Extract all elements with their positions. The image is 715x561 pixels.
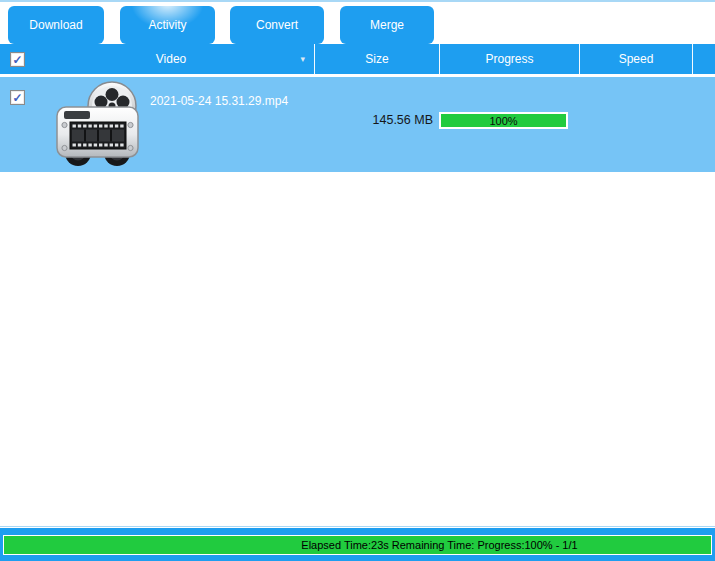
video-size: 145.56 MB [315,113,433,127]
column-header-progress[interactable]: Progress [440,44,580,74]
statusbar-text: Elapsed Time:23s Remaining Time: Progres… [301,539,577,551]
column-header-filler [693,44,715,74]
column-header-video-label: Video [156,52,186,66]
statusbar-text-wrap: Elapsed Time:23s Remaining Time: Progres… [4,536,711,554]
table-header: ✓ Video ▾ Size Progress Speed [0,44,715,74]
column-header-video[interactable]: Video ▾ [28,44,315,74]
tab-download-label: Download [29,18,82,32]
column-header-size-label: Size [365,52,388,66]
status-bar: Elapsed Time:23s Remaining Time: Progres… [0,528,715,561]
select-all-checkbox[interactable]: ✓ [10,52,25,67]
column-header-progress-label: Progress [485,52,533,66]
tab-convert-label: Convert [256,18,298,32]
tab-bar: Download Activity Convert Merge [0,6,715,44]
tab-download[interactable]: Download [8,6,104,44]
column-header-speed-label: Speed [619,52,654,66]
window-top-border [0,0,715,2]
tab-activity[interactable]: Activity [120,6,215,44]
row-progress-bar: 100% [439,112,568,129]
video-filename: 2021-05-24 15.31.29.mp4 [150,94,288,108]
tab-activity-label: Activity [148,18,186,32]
statusbar-top-border [0,526,715,527]
app-window: Download Activity Convert Merge ✓ Video … [0,0,715,561]
tab-merge-label: Merge [370,18,404,32]
sort-arrow-icon[interactable]: ▾ [300,54,305,64]
video-file-icon [54,79,144,169]
column-header-speed[interactable]: Speed [580,44,693,74]
row-progress-label: 100% [441,114,566,127]
tab-convert[interactable]: Convert [230,6,324,44]
row-checkbox[interactable]: ✓ [10,90,25,105]
header-checkbox-cell: ✓ [0,44,28,74]
column-header-size[interactable]: Size [315,44,440,74]
tab-merge[interactable]: Merge [340,6,434,44]
statusbar-progress-bar: Elapsed Time:23s Remaining Time: Progres… [3,535,712,555]
download-row[interactable]: ✓ [0,77,715,172]
